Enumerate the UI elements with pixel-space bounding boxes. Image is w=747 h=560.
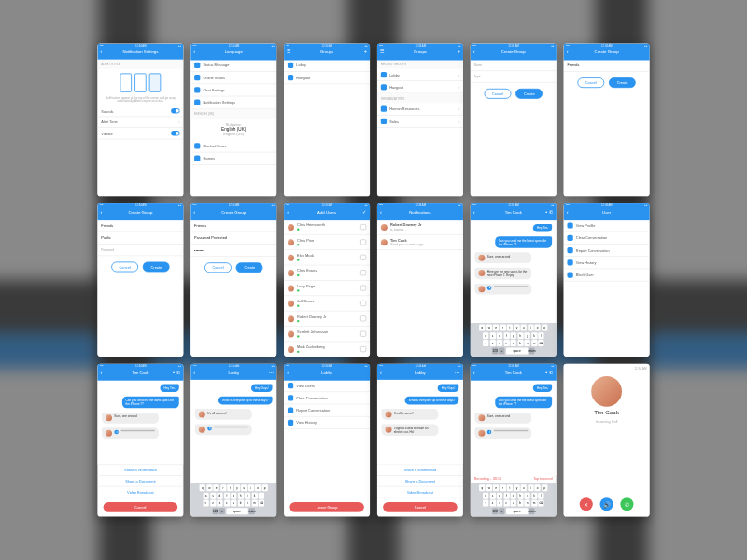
back-icon[interactable]: ‹ xyxy=(473,49,475,54)
key[interactable]: e xyxy=(493,325,499,331)
key[interactable]: ⇧ xyxy=(483,340,488,346)
key[interactable]: y xyxy=(514,484,519,491)
toggle-vibrate[interactable] xyxy=(171,131,179,135)
checkbox[interactable] xyxy=(360,301,366,306)
key[interactable]: q xyxy=(479,484,485,491)
key[interactable]: x xyxy=(497,500,502,507)
cancel-button[interactable]: Cancel xyxy=(104,502,178,512)
key[interactable]: c xyxy=(503,340,509,346)
key[interactable]: n xyxy=(524,500,529,507)
back-icon[interactable]: ‹ xyxy=(193,370,195,374)
more-icon[interactable]: ⋯ xyxy=(455,370,459,375)
user-row[interactable]: Chris Evans xyxy=(284,265,370,280)
key[interactable]: z xyxy=(489,340,495,346)
cancel-button[interactable]: Cancel xyxy=(484,89,511,99)
key[interactable]: c xyxy=(224,500,230,507)
key[interactable]: u xyxy=(521,325,527,331)
create-button[interactable]: Create xyxy=(515,89,543,99)
key[interactable]: t xyxy=(507,325,513,331)
user-row[interactable]: Mark Zuckerberg xyxy=(284,342,370,357)
key[interactable]: s xyxy=(489,332,495,339)
key[interactable]: z xyxy=(210,500,216,507)
key[interactable]: v xyxy=(231,500,236,507)
sounds-row[interactable]: Sounds xyxy=(97,105,183,117)
key[interactable]: k xyxy=(531,332,537,339)
key[interactable]: s xyxy=(210,492,216,498)
name-field[interactable]: Name xyxy=(471,60,557,71)
key[interactable]: w xyxy=(486,484,492,491)
key[interactable]: h xyxy=(517,332,523,339)
notif-item[interactable]: Tim CookSent you a message xyxy=(377,235,463,250)
toggle-sounds[interactable] xyxy=(171,108,179,113)
password-field[interactable]: •••••••• xyxy=(190,245,276,257)
cancel-button[interactable]: Cancel xyxy=(577,77,604,88)
key[interactable]: m xyxy=(531,500,537,507)
accept-button[interactable]: ✆ xyxy=(620,497,633,511)
checkbox[interactable] xyxy=(360,346,366,352)
play-icon[interactable] xyxy=(487,286,492,290)
key[interactable]: k xyxy=(531,492,537,498)
key[interactable]: l xyxy=(538,332,543,339)
key[interactable]: w xyxy=(486,325,492,331)
back-icon[interactable]: ‹ xyxy=(193,209,195,214)
key[interactable]: w xyxy=(206,484,212,491)
key[interactable]: b xyxy=(238,500,244,507)
call-icon[interactable]: ✆ xyxy=(549,370,554,374)
key[interactable]: v xyxy=(511,340,516,346)
call-icon[interactable]: ✆ xyxy=(549,209,554,214)
key[interactable]: f xyxy=(503,332,509,339)
key[interactable]: g xyxy=(231,492,236,498)
key[interactable]: r xyxy=(500,325,506,331)
key[interactable]: p xyxy=(542,325,547,331)
checkbox[interactable] xyxy=(360,239,366,245)
key[interactable]: t xyxy=(507,484,513,491)
back-icon[interactable]: ‹ xyxy=(287,209,289,214)
create-button[interactable]: Create xyxy=(236,262,263,273)
cancel-button[interactable]: Cancel xyxy=(111,262,138,273)
style-banner[interactable] xyxy=(134,73,146,91)
back-icon[interactable]: ‹ xyxy=(567,49,569,54)
create-button[interactable]: Create xyxy=(609,77,636,88)
password-field[interactable]: Password xyxy=(97,245,183,256)
item[interactable]: Notification Settings xyxy=(190,96,276,108)
call-icon[interactable]: ✆ xyxy=(176,370,181,374)
key[interactable]: y xyxy=(514,325,519,331)
key[interactable]: l xyxy=(259,492,264,498)
back-icon[interactable]: ‹ xyxy=(101,370,103,374)
key[interactable]: n xyxy=(524,340,529,346)
tap-cancel[interactable]: Tap to cancel xyxy=(533,477,553,481)
group-row[interactable]: Lobby xyxy=(284,60,370,72)
item[interactable]: Chat Settings xyxy=(190,84,276,96)
key[interactable]: i xyxy=(528,325,533,331)
key[interactable]: v xyxy=(511,500,516,507)
key[interactable]: m xyxy=(251,500,257,507)
style-alert[interactable] xyxy=(149,73,161,91)
key[interactable]: b xyxy=(517,340,523,346)
key[interactable]: y xyxy=(234,484,240,491)
speaker-button[interactable]: 🔊 xyxy=(600,497,613,511)
key[interactable]: r xyxy=(220,484,226,491)
key[interactable]: ⇧ xyxy=(203,500,208,507)
key[interactable]: f xyxy=(503,492,509,498)
key[interactable]: e xyxy=(493,484,499,491)
cancel-button[interactable]: Cancel xyxy=(204,262,232,273)
item[interactable]: View History xyxy=(564,257,650,269)
key[interactable]: t xyxy=(227,484,233,491)
keyboard[interactable]: qwertyuiopasdfghjkl⇧zxcvbnm⌫123☺spaceret… xyxy=(471,483,557,517)
key[interactable]: p xyxy=(261,484,267,491)
key[interactable]: g xyxy=(511,332,516,339)
item[interactable]: View Profile xyxy=(564,219,650,231)
done-icon[interactable]: ✓ xyxy=(362,209,367,215)
video-icon[interactable]: ▪ xyxy=(546,209,548,214)
user-row[interactable]: Chris Pine xyxy=(284,235,370,250)
share-video[interactable]: Video Broadcast xyxy=(97,487,183,498)
key[interactable]: d xyxy=(497,492,502,498)
key[interactable]: o xyxy=(535,325,541,331)
keyboard[interactable]: qwertyuiopasdfghjkl⇧zxcvbnm⌫123☺spaceret… xyxy=(471,323,557,357)
checkbox[interactable] xyxy=(360,224,366,230)
user-row[interactable]: Larry Page xyxy=(284,281,370,296)
key[interactable]: h xyxy=(517,492,523,498)
key[interactable]: g xyxy=(511,492,516,498)
back-icon[interactable]: ‹ xyxy=(473,370,475,374)
key[interactable]: o xyxy=(255,484,261,491)
